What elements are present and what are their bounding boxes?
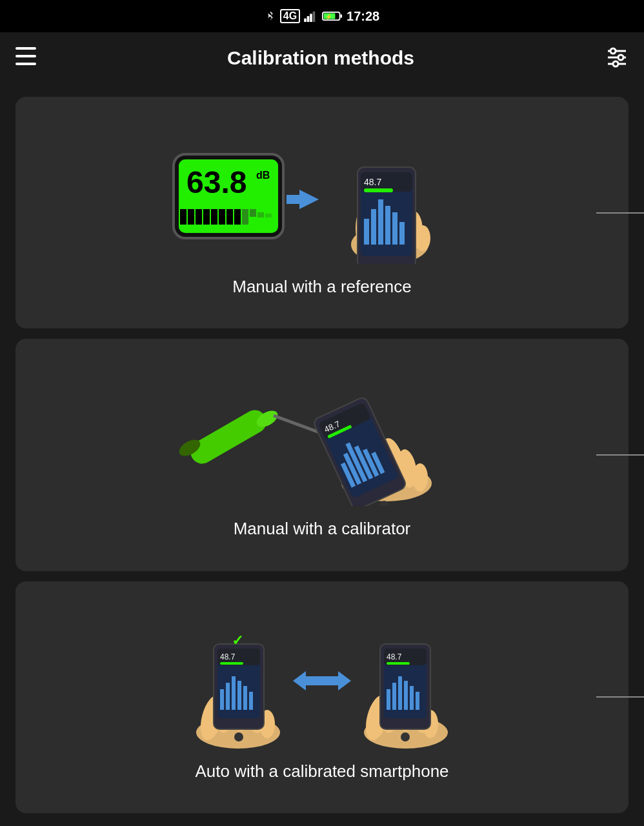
svg-rect-24 <box>203 209 210 225</box>
svg-rect-89 <box>237 681 241 710</box>
svg-point-14 <box>610 48 616 54</box>
svg-rect-27 <box>226 209 233 225</box>
svg-rect-5 <box>341 14 343 17</box>
svg-point-40 <box>415 225 430 251</box>
card-manual-reference[interactable]: 63.8 dB <box>15 97 629 328</box>
settings-icon[interactable] <box>605 45 629 72</box>
svg-rect-85 <box>220 662 243 665</box>
network-badge: 4G <box>280 9 300 23</box>
svg-rect-107 <box>387 662 410 665</box>
card2-illustration: 48.7 <box>28 370 616 512</box>
card1-label: Manual with a reference <box>232 277 411 297</box>
svg-point-114 <box>401 732 410 741</box>
app-bar: Calibration methods <box>0 32 644 84</box>
svg-rect-96 <box>304 676 340 685</box>
card2-svg: 48.7 <box>167 377 477 506</box>
card3-label: Auto with a calibrated smartphone <box>195 761 448 781</box>
svg-text:⚡: ⚡ <box>325 13 333 21</box>
arrow-line-1 <box>596 212 644 214</box>
svg-rect-91 <box>249 692 253 710</box>
status-icons: 4G ⚡ 17:28 <box>265 9 380 24</box>
svg-rect-113 <box>416 692 419 710</box>
card1-svg: 63.8 dB <box>167 135 477 264</box>
time-display: 17:28 <box>347 9 379 24</box>
svg-rect-30 <box>250 209 256 217</box>
card2-label: Manual with a calibrator <box>234 519 411 539</box>
svg-rect-44 <box>371 209 376 245</box>
svg-rect-28 <box>234 209 241 225</box>
svg-rect-90 <box>243 686 247 710</box>
svg-rect-10 <box>15 63 36 65</box>
svg-rect-21 <box>180 209 186 225</box>
status-bar: 4G ⚡ 17:28 <box>0 0 644 32</box>
svg-rect-51 <box>364 188 393 192</box>
svg-rect-22 <box>188 209 194 225</box>
card1-illustration: 63.8 dB <box>28 128 616 270</box>
page-title: Calibration methods <box>227 47 414 69</box>
signal-icon <box>304 10 318 22</box>
svg-rect-8 <box>15 47 36 50</box>
svg-rect-110 <box>398 676 402 710</box>
svg-rect-46 <box>385 206 390 245</box>
svg-rect-87 <box>226 683 230 710</box>
card-auto-smartphone[interactable]: 48.7 ✓ <box>15 581 629 813</box>
svg-rect-86 <box>220 689 224 710</box>
battery-icon: ⚡ <box>322 10 343 22</box>
svg-rect-0 <box>304 19 307 22</box>
svg-text:✓: ✓ <box>232 632 243 649</box>
svg-rect-45 <box>378 199 383 245</box>
svg-rect-2 <box>310 14 312 22</box>
svg-point-15 <box>618 55 623 60</box>
svg-text:48.7: 48.7 <box>364 177 381 187</box>
card3-illustration: 48.7 ✓ <box>28 613 616 755</box>
svg-rect-47 <box>392 212 397 245</box>
arrow-line-3 <box>596 696 644 698</box>
svg-rect-9 <box>15 55 36 57</box>
svg-rect-1 <box>307 16 310 22</box>
svg-rect-112 <box>410 686 414 710</box>
svg-rect-108 <box>387 689 390 710</box>
svg-rect-25 <box>211 209 217 225</box>
svg-rect-32 <box>265 214 272 217</box>
svg-rect-111 <box>404 681 408 710</box>
svg-rect-31 <box>257 212 264 217</box>
main-content: 63.8 dB <box>0 84 644 826</box>
svg-marker-33 <box>299 190 319 209</box>
svg-text:63.8: 63.8 <box>186 165 247 199</box>
svg-rect-23 <box>196 209 202 225</box>
svg-rect-26 <box>219 209 225 225</box>
svg-rect-88 <box>232 676 236 710</box>
svg-rect-34 <box>287 195 301 204</box>
card2-bubble: 2 <box>596 429 644 481</box>
svg-rect-29 <box>242 209 248 225</box>
svg-text:48.7: 48.7 <box>220 652 236 661</box>
bluetooth-icon <box>265 9 276 23</box>
svg-rect-53 <box>186 406 271 468</box>
svg-text:dB: dB <box>256 170 270 181</box>
svg-point-16 <box>613 61 618 66</box>
svg-rect-43 <box>364 219 369 245</box>
svg-rect-3 <box>313 12 316 22</box>
hamburger-menu[interactable] <box>15 47 36 70</box>
svg-point-93 <box>234 732 243 741</box>
svg-point-62 <box>412 463 428 492</box>
svg-rect-48 <box>399 222 405 245</box>
card-manual-calibrator[interactable]: 48.7 Manual with a calibrator 2 <box>15 339 629 570</box>
svg-rect-109 <box>392 683 396 710</box>
svg-text:48.7: 48.7 <box>387 652 402 661</box>
card1-bubble: 1 <box>596 187 644 239</box>
arrow-line-2 <box>596 454 644 456</box>
card3-bubble: 3 <box>596 671 644 723</box>
card3-svg: 48.7 ✓ <box>167 620 477 749</box>
